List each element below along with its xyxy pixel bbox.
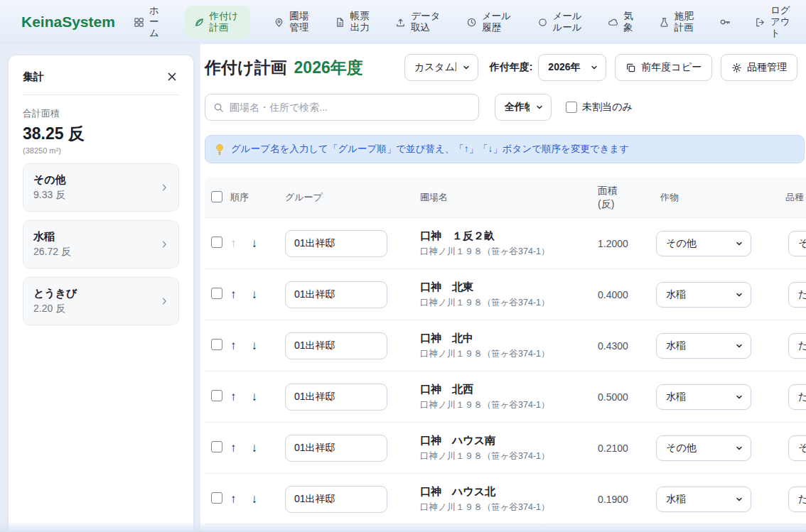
flask-icon [659, 17, 670, 28]
row-checkbox[interactable] [211, 390, 222, 401]
move-down-button[interactable]: ↓ [252, 391, 258, 403]
chevron-down-icon [462, 63, 471, 72]
summary-card-corn[interactable]: とうきび 2.20 反 [23, 277, 179, 325]
row-checkbox[interactable] [211, 288, 222, 299]
summary-card-other[interactable]: その他 9.33 反 [23, 163, 179, 212]
summary-card-value: 26.72 反 [33, 246, 71, 259]
row-checkbox[interactable] [211, 339, 222, 350]
move-down-button[interactable]: ↓ [252, 288, 258, 300]
move-up-button[interactable]: ↑ [230, 288, 237, 300]
col-header-crop: 作物 [656, 191, 781, 204]
select-all-checkbox[interactable] [211, 191, 222, 202]
move-down-button[interactable]: ↓ [252, 493, 258, 505]
variety-select[interactable]: た [788, 487, 806, 512]
move-down-button[interactable]: ↓ [252, 340, 258, 352]
row-checkbox[interactable] [211, 237, 222, 248]
nav-item-logout[interactable]: ログアウト [755, 5, 792, 40]
group-input[interactable] [285, 230, 387, 257]
brand-logo: KeinaSystem [21, 13, 115, 31]
summary-card-rice[interactable]: 水稲 26.72 反 [23, 220, 179, 268]
search-field-wrap [205, 94, 479, 121]
move-up-button[interactable]: ↑ [230, 237, 237, 249]
nav-label: 気象 [623, 11, 635, 33]
group-input[interactable] [285, 384, 387, 411]
crop-select[interactable]: 水稲 [656, 487, 751, 512]
nav-item-data-import[interactable]: データ取込 [395, 11, 442, 33]
nav-item-report-output[interactable]: 帳票出力 [335, 11, 372, 33]
nav-item-weather[interactable]: 気象 [608, 11, 635, 33]
variety-select[interactable]: そ [788, 435, 806, 461]
col-header-area-line1: 面積 [598, 184, 656, 197]
nav-item-mail-history[interactable]: メール履歴 [466, 11, 513, 33]
nav-item-field-management[interactable]: 圃場管理 [274, 11, 311, 33]
field-name: 口神 北中 [420, 332, 598, 345]
crop-select[interactable]: 水稲 [656, 333, 751, 359]
close-icon[interactable] [165, 70, 179, 84]
group-input[interactable] [285, 332, 387, 359]
group-input[interactable] [285, 486, 387, 513]
nav-item-home[interactable]: ホーム [134, 5, 161, 40]
summary-card-name: その他 [33, 173, 66, 187]
nav-item-fertilization-plan[interactable]: 施肥計画 [659, 11, 696, 33]
page-year: 2026年度 [294, 57, 363, 79]
total-area-label: 合計面積 [23, 107, 179, 120]
field-name: 口神 北西 [420, 383, 598, 396]
chevron-right-icon [160, 296, 168, 306]
cloud-icon [608, 17, 618, 28]
chevron-down-icon [735, 495, 743, 504]
summary-title: 集計 [23, 70, 44, 84]
move-down-button[interactable]: ↓ [252, 237, 258, 249]
crop-filter-select[interactable]: 全作物 [495, 94, 552, 121]
unassigned-only-checkbox[interactable] [566, 102, 577, 113]
move-up-button[interactable]: ↑ [230, 442, 237, 454]
nav-label: メールルール [553, 11, 584, 33]
year-select[interactable]: 2026年 [538, 54, 606, 81]
variety-select[interactable]: た [788, 384, 806, 410]
search-input[interactable] [230, 102, 471, 113]
table-row: ↑ ↓ 口神 北西 口神ノ川１９８（笹ヶ谷374-1） 0.5000 水稲 た [205, 371, 806, 422]
variety-select[interactable]: そ [788, 231, 806, 256]
sort-select[interactable]: カスタム順 [404, 54, 478, 81]
nav-item-planting-plan[interactable]: 作付け計画 [185, 6, 250, 38]
col-header-area-line2: (反) [598, 197, 656, 211]
move-up-button[interactable]: ↑ [230, 391, 237, 403]
group-input[interactable] [285, 281, 387, 308]
crop-select[interactable]: その他 [656, 231, 751, 256]
nav-item-mail-rules[interactable]: メールルール [537, 11, 584, 33]
logout-icon [755, 17, 765, 28]
nav-label: データ取込 [411, 11, 442, 33]
table-row: ↑ ↓ 口神 １反２畝 口神ノ川１９８（笹ヶ谷374-1） 1.2000 その他… [205, 217, 806, 268]
leaf-icon [194, 17, 205, 28]
chevron-down-icon [735, 393, 743, 401]
unassigned-only-label: 未割当のみ [582, 101, 633, 114]
row-checkbox[interactable] [211, 441, 222, 452]
planting-table: 順序 グループ 圃場名 面積 (反) 作物 品種 ↑ ↓ 口神 １反２畝 口神ノ… [205, 178, 806, 525]
move-up-button[interactable]: ↑ [230, 340, 237, 352]
move-up-button[interactable]: ↑ [230, 493, 237, 505]
variety-select[interactable]: た [788, 282, 806, 308]
row-checkbox[interactable] [211, 492, 222, 504]
area-value: 0.5000 [598, 391, 656, 403]
field-name: 口神 ハウス北 [420, 485, 598, 499]
variety-management-button[interactable]: 品種管理 [721, 54, 797, 81]
field-address: 口神ノ川１９８（笹ヶ谷374-1） [420, 246, 598, 258]
summary-panel: 集計 合計面積 38.25 反 (38250 m²) その他 9.33 反 水稲… [9, 55, 193, 532]
nav-item-key[interactable] [719, 16, 731, 28]
crop-select[interactable]: 水稲 [656, 384, 751, 410]
move-down-button[interactable]: ↓ [252, 442, 258, 454]
summary-card-name: とうきび [33, 287, 77, 300]
nav-label: 帳票出力 [350, 11, 372, 33]
total-area-sub: (38250 m²) [23, 146, 179, 155]
crop-select[interactable]: その他 [656, 435, 751, 461]
unassigned-only-filter: 未割当のみ [566, 101, 633, 114]
grid-icon [134, 17, 144, 28]
copy-previous-year-button[interactable]: 前年度コピー [615, 54, 712, 81]
crop-select[interactable]: 水稲 [656, 282, 751, 308]
area-value: 0.4000 [598, 289, 656, 300]
group-input[interactable] [285, 435, 387, 462]
col-header-field: 圃場名 [420, 191, 598, 204]
nav-items: ホーム 作付け計画 圃場管理 帳票出力 データ取込 [134, 5, 792, 40]
nav-label: メール履歴 [482, 11, 513, 33]
variety-select[interactable]: た [788, 333, 806, 359]
nav-label: ホーム [149, 5, 161, 40]
